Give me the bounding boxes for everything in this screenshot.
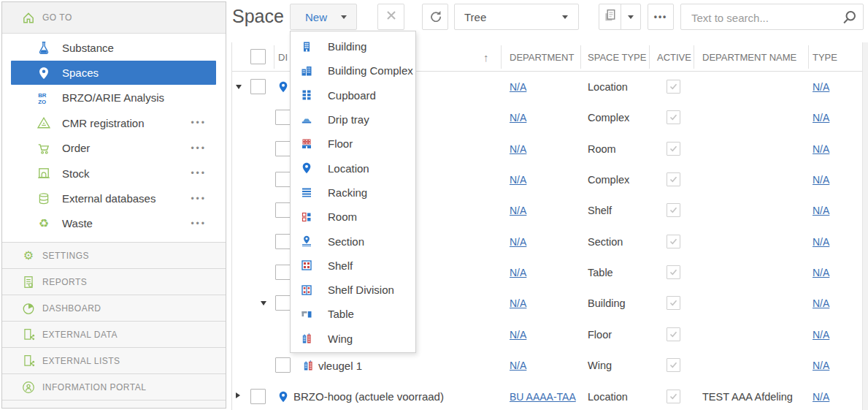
active-checkbox (667, 358, 680, 372)
type-link[interactable]: N/A (813, 297, 829, 309)
vertical-scrollbar[interactable] (862, 42, 868, 410)
menu-item-section[interactable]: Section (291, 229, 415, 253)
menu-item-wing[interactable]: Wing (291, 327, 415, 351)
row-checkbox[interactable] (275, 110, 291, 125)
sidebar-header-goto[interactable]: GO TO (2, 2, 226, 34)
search-icon[interactable] (842, 10, 856, 28)
active-checkbox (667, 80, 680, 94)
cell-department: N/A (510, 164, 526, 195)
table-row[interactable]: N/AComplexN/A (0, 164, 868, 195)
type-link[interactable]: N/A (813, 267, 829, 278)
department-link[interactable]: N/A (510, 329, 526, 341)
cell-type: N/A (813, 257, 829, 288)
new-button[interactable]: New (290, 4, 357, 30)
wing-icon (302, 360, 314, 371)
department-link[interactable]: N/A (510, 174, 526, 186)
chevron-down-icon (562, 15, 568, 19)
print-options-button[interactable] (621, 4, 640, 29)
sidebar-item-label: Stock (62, 167, 90, 180)
database-icon (37, 192, 50, 205)
menu-item-cupboard[interactable]: Cupboard (291, 83, 415, 107)
cell-space-type: Floor (588, 319, 612, 350)
row-checkbox[interactable] (275, 172, 291, 187)
sidebar-item-substance[interactable]: Substance (2, 35, 226, 60)
cell-type: N/A (813, 319, 829, 350)
row-checkbox[interactable] (250, 79, 266, 94)
menu-item-building-complex[interactable]: Building Complex (291, 58, 415, 83)
search-input[interactable] (690, 4, 835, 31)
row-checkbox[interactable] (275, 234, 291, 249)
refresh-button[interactable] (422, 4, 448, 30)
room-icon (301, 211, 312, 223)
row-checkbox[interactable] (250, 389, 266, 404)
type-link[interactable]: N/A (813, 205, 829, 216)
flask-icon (37, 41, 50, 54)
column-header-display-name[interactable]: DI (278, 42, 288, 72)
row-checkbox[interactable] (275, 265, 291, 280)
department-link[interactable]: N/A (510, 112, 526, 124)
print-button[interactable] (599, 4, 621, 29)
menu-item-shelf[interactable]: Shelf (291, 254, 415, 278)
row-checkbox[interactable] (275, 202, 291, 218)
department-link[interactable]: N/A (510, 81, 526, 93)
building-complex-icon (301, 65, 312, 77)
cart-icon (37, 142, 50, 155)
menu-item-table[interactable]: Table (291, 302, 415, 326)
type-link[interactable]: N/A (813, 112, 829, 124)
menu-item-drip-tray[interactable]: Drip tray (291, 107, 415, 132)
view-mode-select[interactable]: Tree (454, 4, 579, 30)
department-link[interactable]: N/A (510, 236, 526, 248)
table-row[interactable]: N/ATableN/A (0, 257, 868, 288)
menu-item-racking[interactable]: Racking (291, 181, 415, 205)
column-header-active[interactable]: ACTIVE (657, 42, 691, 72)
column-header-department[interactable]: DEPARTMENT (510, 42, 574, 72)
table-row[interactable]: N/ABuildingN/A (0, 288, 868, 319)
cell-space-type: Complex (588, 102, 629, 133)
cell-type: N/A (813, 72, 829, 102)
table-row[interactable]: N/ASectionN/A (0, 227, 868, 257)
cupboard-icon (301, 89, 312, 101)
floor-icon (301, 138, 312, 150)
department-link[interactable]: N/A (510, 297, 526, 309)
department-link[interactable]: N/A (510, 205, 526, 216)
row-checkbox[interactable] (275, 295, 291, 311)
collapse-row-arrow[interactable] (236, 85, 242, 89)
expand-row-arrow[interactable] (236, 392, 240, 398)
department-link[interactable]: N/A (510, 360, 526, 371)
cell-department: N/A (510, 288, 526, 319)
menu-item-room[interactable]: Room (291, 205, 415, 229)
column-header-type[interactable]: TYPE (813, 42, 837, 72)
row-checkbox[interactable] (275, 357, 291, 373)
department-link[interactable]: N/A (510, 143, 526, 155)
table-icon (301, 308, 312, 320)
more-options-button[interactable]: ••• (648, 4, 674, 30)
type-link[interactable]: N/A (813, 143, 829, 155)
print-split-button[interactable] (599, 4, 641, 30)
type-link[interactable]: N/A (813, 360, 829, 371)
table-row[interactable]: N/ARoomN/A (0, 134, 868, 164)
menu-item-floor[interactable]: Floor (291, 132, 415, 156)
building-icon (301, 41, 312, 53)
type-link[interactable]: N/A (813, 81, 829, 93)
select-all-checkbox[interactable] (250, 49, 266, 64)
menu-item-building[interactable]: Building (291, 34, 415, 58)
type-link[interactable]: N/A (813, 329, 829, 341)
cell-type: N/A (813, 381, 829, 410)
column-header-department-name[interactable]: DEPARTMENT NAME (702, 42, 796, 72)
collapse-row-arrow[interactable] (261, 301, 266, 305)
department-link[interactable]: N/A (510, 267, 526, 278)
cell-space-type: Location (588, 381, 628, 410)
menu-item-shelf-division[interactable]: Shelf Division (291, 278, 415, 302)
department-link[interactable]: BU AAAA-TAA (510, 391, 576, 403)
table-row[interactable]: vleugel 1N/AWingN/A (0, 350, 868, 381)
type-link[interactable]: N/A (813, 391, 829, 403)
sort-ascending-icon[interactable]: ↑ (483, 42, 489, 72)
close-button[interactable] (377, 4, 404, 30)
type-link[interactable]: N/A (813, 236, 829, 248)
table-row[interactable]: BRZO-hoog (actuele voorraad)BU AAAA-TAAL… (0, 381, 868, 410)
type-link[interactable]: N/A (813, 174, 829, 186)
table-row[interactable]: N/AFloorN/A (0, 319, 868, 350)
menu-item-location[interactable]: Location (291, 156, 415, 180)
row-checkbox[interactable] (275, 141, 291, 156)
column-header-space-type[interactable]: SPACE TYPE (588, 42, 646, 72)
